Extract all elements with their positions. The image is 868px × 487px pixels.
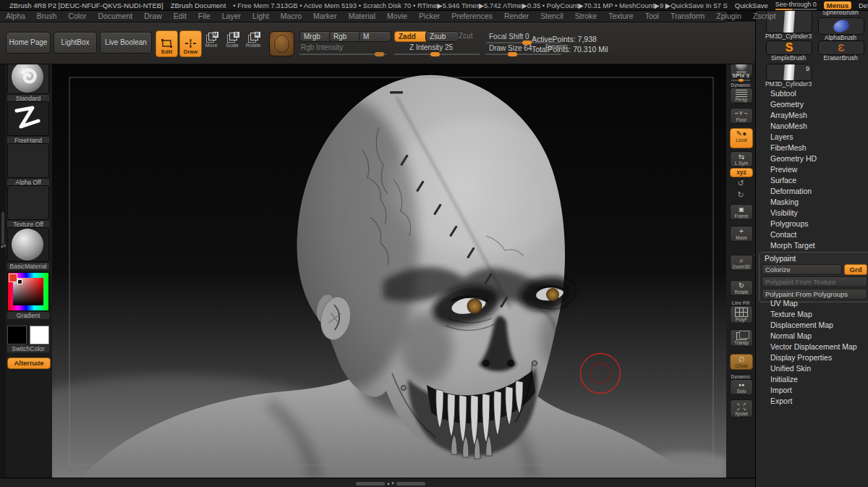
draw-button[interactable]: Draw <box>179 30 202 57</box>
persp-button[interactable]: Persp <box>730 88 753 103</box>
menu-item[interactable]: Texture <box>603 12 639 20</box>
grd-button[interactable]: Grd <box>844 264 867 275</box>
tool-section-item[interactable]: Morph Target <box>756 240 868 251</box>
switch-color-widget[interactable]: SwitchColor <box>7 326 49 352</box>
current-brush-thumb[interactable]: Standard <box>7 59 49 102</box>
menu-item[interactable]: Zscript <box>747 12 782 20</box>
tool-section-item[interactable]: Layers <box>756 132 868 143</box>
default-zscript-button[interactable]: DefaultZScript <box>859 1 868 9</box>
mrgb-button[interactable]: Mrgb <box>299 31 332 42</box>
menu-item[interactable]: Draw <box>138 12 168 20</box>
rgb-button[interactable]: Rgb <box>329 31 362 42</box>
menu-item[interactable]: Material <box>343 12 381 20</box>
main-color-swatch[interactable] <box>7 326 27 344</box>
scale-button[interactable]: S Scale <box>224 33 241 48</box>
zcut-button[interactable]: Zcut <box>459 32 472 40</box>
menu-item[interactable]: Light <box>247 12 275 20</box>
secondary-color-swatch[interactable] <box>30 326 49 344</box>
current-material-button[interactable] <box>269 31 294 56</box>
canvas-scrollbar[interactable]: ▲▼ <box>356 481 425 486</box>
current-material-thumb[interactable]: BasicMaterial <box>7 227 49 270</box>
tool-section-item[interactable]: Initialize <box>756 374 868 385</box>
lightbox-button[interactable]: LightBox <box>54 32 97 54</box>
local-button[interactable]: ✎● Local <box>730 128 753 148</box>
edit-button[interactable]: Edit <box>156 30 178 57</box>
frame-button[interactable]: ▣ Frame <box>730 204 753 220</box>
left-tray-scrollbar[interactable] <box>0 64 6 478</box>
menu-item[interactable]: Tool <box>639 12 665 20</box>
polypaint-from-texture-button[interactable]: Polypaint From Texture <box>762 276 867 287</box>
menu-item[interactable]: Alpha <box>0 12 31 20</box>
tool-section-item[interactable]: Surface <box>756 175 868 186</box>
ghost-button[interactable]: ∅ Ghost <box>730 354 753 370</box>
brush-thumb-cylinder2[interactable]: 9 <box>766 64 812 81</box>
color-picker[interactable]: Gradient <box>7 272 49 319</box>
tool-section-item[interactable]: Export <box>756 396 868 407</box>
floor-button[interactable]: ⌐Y¬ Floor <box>730 108 753 124</box>
tool-section-item[interactable]: NanoMesh <box>756 121 868 132</box>
menu-item[interactable]: Layer <box>216 12 247 20</box>
menu-item[interactable]: Color <box>62 12 92 20</box>
scrollbar-left-handle[interactable] <box>356 482 385 486</box>
menu-item[interactable]: Preferences <box>446 12 498 20</box>
tool-section-item[interactable]: Vector Displacement Map <box>756 342 868 352</box>
menu-item[interactable]: Document <box>92 12 138 20</box>
tool-section-item[interactable]: Displacement Map <box>756 320 868 331</box>
tool-section-item[interactable]: Geometry <box>756 99 868 110</box>
tool-section-item[interactable]: Deformation <box>756 186 868 197</box>
colorize-button[interactable]: Colorize <box>762 264 842 275</box>
zadd-button[interactable]: Zadd <box>394 31 428 42</box>
tool-section-item[interactable]: Import <box>756 385 868 396</box>
menus-button[interactable]: Menus <box>824 1 851 9</box>
menu-item[interactable]: Brush <box>31 12 62 20</box>
spin-right-icon[interactable]: ↻ <box>726 190 755 200</box>
tool-section-item[interactable]: Normal Map <box>756 331 868 342</box>
spin-left-icon[interactable]: ↺ <box>726 179 755 188</box>
see-through-slider[interactable]: See-through 0 <box>775 1 817 10</box>
tool-section-item[interactable]: ArrayMesh <box>756 110 868 121</box>
quicksave-button[interactable]: QuickSave <box>735 1 768 9</box>
scrollbar-right-handle[interactable] <box>396 482 425 486</box>
m-button[interactable]: M <box>359 31 391 42</box>
z-intensity-slider[interactable] <box>394 54 480 55</box>
tool-section-item[interactable]: Display Properties <box>756 352 868 363</box>
tool-section-item[interactable]: Preview <box>756 164 868 175</box>
menu-item[interactable]: Stencil <box>535 12 569 20</box>
tool-section-item[interactable]: Texture Map <box>756 309 868 320</box>
tool-section-item[interactable]: Polygroups <box>756 219 868 229</box>
spix-label[interactable]: SPix 3 <box>726 72 755 79</box>
menu-item[interactable]: Transform <box>665 12 710 20</box>
home-page-button[interactable]: Home Page <box>6 32 51 54</box>
menu-item[interactable]: Zplugin <box>710 12 746 20</box>
xyz-button[interactable]: xyz <box>730 168 753 177</box>
menu-item[interactable]: Movie <box>381 12 413 20</box>
rgb-intensity-slider[interactable] <box>299 54 386 55</box>
rotate-button[interactable]: R Rotate <box>244 33 262 48</box>
tool-section-item[interactable]: UV Map <box>756 298 868 309</box>
brush-thumb-alpha[interactable] <box>818 17 864 35</box>
menu-item[interactable]: Marker <box>307 12 343 20</box>
transp-button[interactable]: Transp <box>730 329 753 347</box>
tool-section-item[interactable]: Geometry HD <box>756 153 868 164</box>
move-view-button[interactable]: + Move <box>730 226 753 242</box>
xpose-button[interactable]: ↖↗↙↘ Xpose <box>730 399 753 418</box>
current-stroke-thumb[interactable]: FreeHand <box>7 101 49 144</box>
tool-section-item[interactable]: Contact <box>756 229 868 240</box>
tray-scroll-arrows-icon[interactable]: ▴▾ <box>1 243 6 249</box>
menu-item[interactable]: Picker <box>413 12 446 20</box>
scroll-arrows-icon[interactable]: ▲▼ <box>386 481 395 486</box>
menu-item[interactable]: Macro <box>275 12 307 20</box>
tool-section-item[interactable]: FiberMesh <box>756 143 868 153</box>
menu-item[interactable]: Edit <box>168 12 192 20</box>
menu-item[interactable]: File <box>192 12 216 20</box>
tool-section-item[interactable]: Visibility <box>756 208 868 219</box>
tool-section-item[interactable]: Masking <box>756 197 868 208</box>
switch-color-label[interactable]: SwitchColor <box>7 345 49 352</box>
move-button[interactable]: M Move <box>203 33 220 48</box>
menu-item[interactable]: Stroke <box>569 12 603 20</box>
menu-item[interactable]: Render <box>498 12 535 20</box>
polyframe-button[interactable]: PolyF <box>730 305 753 323</box>
rotate-view-button[interactable]: ↻ Rotate <box>730 280 753 296</box>
live-boolean-button[interactable]: Live Boolean <box>100 32 152 54</box>
gradient-label[interactable]: Gradient <box>7 312 49 319</box>
